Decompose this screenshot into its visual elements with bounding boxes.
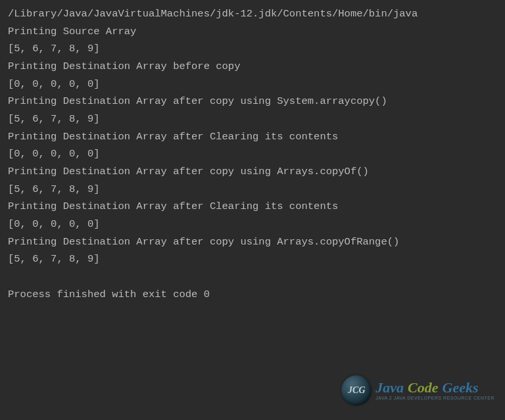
- console-line: [8, 268, 497, 286]
- console-line: [0, 0, 0, 0, 0]: [8, 145, 497, 163]
- console-line: [5, 6, 7, 8, 9]: [8, 181, 497, 198]
- watermark-word-code: Code: [408, 380, 438, 395]
- console-line: Printing Destination Array after copy us…: [8, 163, 497, 181]
- console-line: Printing Destination Array before copy: [8, 58, 497, 76]
- console-line: Printing Source Array: [8, 23, 497, 41]
- console-line: Printing Destination Array after Clearin…: [8, 128, 497, 146]
- console-line: [5, 6, 7, 8, 9]: [8, 250, 497, 268]
- watermark-title: Java Code Geeks: [375, 380, 494, 395]
- watermark-word-java: Java: [375, 380, 404, 395]
- console-line: /Library/Java/JavaVirtualMachines/jdk-12…: [8, 5, 497, 23]
- console-line: [5, 6, 7, 8, 9]: [8, 110, 497, 128]
- console-line: Printing Destination Array after copy us…: [8, 233, 497, 251]
- watermark-tagline: Java 2 Java Developers Resource Center: [375, 396, 494, 400]
- console-line: [0, 0, 0, 0, 0]: [8, 76, 497, 93]
- console-line: Printing Destination Array after Clearin…: [8, 198, 497, 216]
- watermark-word-geeks: Geeks: [443, 380, 479, 395]
- console-line: Process finished with exit code 0: [8, 286, 497, 304]
- console-line: [5, 6, 7, 8, 9]: [8, 40, 497, 58]
- console-line: Printing Destination Array after copy us…: [8, 93, 497, 110]
- console-output: /Library/Java/JavaVirtualMachines/jdk-12…: [8, 5, 497, 303]
- console-line: [0, 0, 0, 0, 0]: [8, 216, 497, 233]
- jcg-badge-icon: JCG: [341, 375, 372, 406]
- watermark: JCG Java Code Geeks Java 2 Java Develope…: [341, 375, 494, 406]
- watermark-text: Java Code Geeks Java 2 Java Developers R…: [375, 380, 494, 400]
